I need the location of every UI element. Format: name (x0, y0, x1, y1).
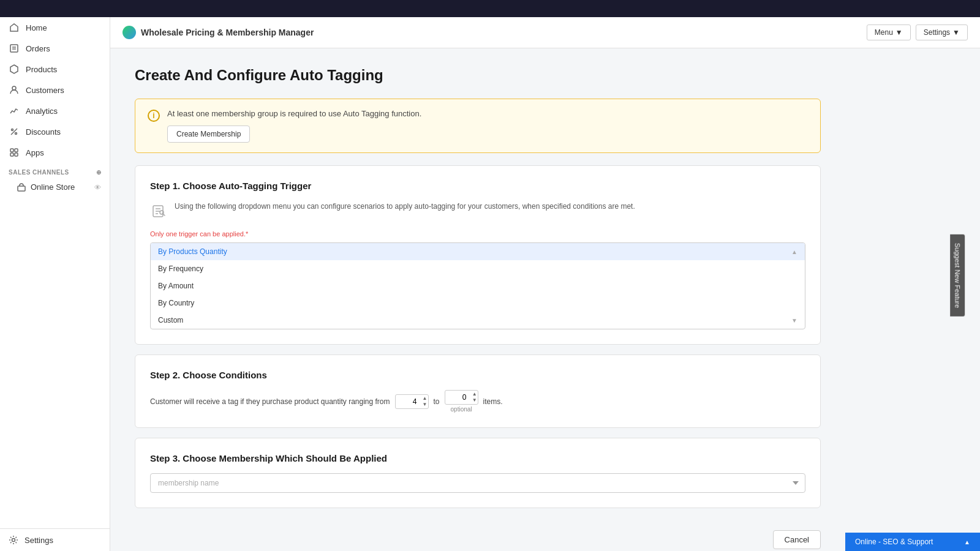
settings-button[interactable]: Settings ▼ (916, 24, 968, 40)
page-content: Create And Configure Auto Tagging i At l… (110, 48, 845, 551)
trigger-list: By Products Quantity ▲ By Frequency By A… (150, 242, 805, 329)
page-title: Create And Configure Auto Tagging (135, 67, 821, 84)
settings-label: Settings (24, 536, 53, 545)
membership-select[interactable]: membership name (150, 473, 805, 493)
svg-point-3 (12, 86, 16, 90)
sidebar-apps-label: Apps (26, 148, 44, 157)
svg-rect-7 (10, 149, 13, 152)
optional-label: optional (445, 406, 478, 413)
settings-icon (9, 535, 18, 545)
sidebar-item-apps[interactable]: Apps (0, 142, 110, 163)
app-header-left: Wholesale Pricing & Membership Manager (123, 26, 314, 39)
action-row: Cancel (135, 518, 821, 551)
svg-point-4 (12, 129, 13, 131)
trigger-note: Only one trigger can be applied.* (150, 230, 805, 238)
sidebar-item-settings[interactable]: Settings (0, 528, 110, 551)
create-membership-button[interactable]: Create Membership (167, 126, 250, 143)
sidebar-discounts-label: Discounts (26, 127, 61, 137)
apps-icon (9, 147, 20, 158)
suggest-new-feature-tab[interactable]: Suggest New Feature (950, 234, 965, 317)
sales-channels-section: SALES CHANNELS ⊕ (0, 163, 110, 178)
support-bar[interactable]: Online - SEO & Support ▲ (845, 533, 980, 551)
store-visibility-icon[interactable]: 👁 (94, 184, 101, 191)
conditions-row: Customer will receive a tag if they purc… (150, 390, 805, 413)
settings-chevron-icon: ▼ (952, 28, 960, 37)
svg-rect-9 (10, 153, 13, 156)
sidebar-analytics-label: Analytics (26, 107, 58, 116)
step3-card: Step 3. Choose Membership Which Should B… (135, 438, 821, 508)
support-bar-label: Online - SEO & Support (855, 538, 933, 546)
svg-rect-0 (10, 45, 18, 52)
to-value-wrapper: ▲ ▼ (445, 390, 478, 405)
sidebar-products-label: Products (26, 65, 57, 74)
warning-banner: i At least one membership group is requi… (135, 99, 821, 153)
conditions-desc: Customer will receive a tag if they purc… (150, 397, 390, 406)
trigger-scrollbar-down[interactable]: ▼ (791, 317, 797, 324)
app-title: Wholesale Pricing & Membership Manager (141, 28, 314, 37)
app-header: Wholesale Pricing & Membership Manager M… (110, 17, 980, 48)
to-increment-button[interactable]: ▲ (472, 391, 477, 397)
orders-icon (9, 43, 20, 54)
step1-title: Step 1. Choose Auto-Tagging Trigger (150, 181, 805, 191)
warning-text: At least one membership group is require… (167, 109, 808, 118)
svg-rect-8 (15, 149, 18, 152)
trigger-option-amount[interactable]: By Amount (151, 277, 805, 294)
online-store-label: Online Store (31, 182, 75, 192)
cancel-button[interactable]: Cancel (773, 530, 821, 549)
top-bar (0, 0, 980, 17)
trigger-option-custom[interactable]: Custom ▼ (151, 312, 805, 329)
sidebar-orders-label: Orders (26, 44, 50, 53)
from-value-wrapper: ▲ ▼ (395, 394, 429, 409)
sidebar-item-customers[interactable]: Customers (0, 80, 110, 100)
svg-point-12 (12, 539, 15, 542)
step1-card: Step 1. Choose Auto-Tagging Trigger Usin… (135, 165, 821, 345)
trigger-option-products-quantity[interactable]: By Products Quantity ▲ (151, 243, 805, 260)
step2-title: Step 2. Choose Conditions (150, 370, 805, 380)
svg-rect-11 (18, 186, 25, 191)
analytics-icon (9, 105, 20, 116)
items-label: items. (483, 397, 503, 406)
step1-desc-icon (150, 202, 168, 220)
support-bar-chevron: ▲ (964, 539, 970, 545)
sidebar-item-discounts[interactable]: Discounts (0, 121, 110, 142)
svg-point-5 (15, 133, 17, 135)
from-increment-button[interactable]: ▲ (423, 395, 428, 402)
trigger-option-frequency[interactable]: By Frequency (151, 260, 805, 277)
to-spinners: ▲ ▼ (472, 390, 477, 405)
trigger-option-country[interactable]: By Country (151, 294, 805, 312)
sidebar-item-products[interactable]: Products (0, 59, 110, 80)
svg-line-6 (11, 129, 17, 135)
step3-title: Step 3. Choose Membership Which Should B… (150, 453, 805, 463)
discounts-icon (9, 126, 20, 137)
app-header-right: Menu ▼ Settings ▼ (867, 24, 968, 40)
svg-rect-10 (15, 153, 18, 156)
sidebar-home-label: Home (26, 23, 47, 32)
sidebar-item-orders[interactable]: Orders (0, 38, 110, 59)
menu-button[interactable]: Menu ▼ (867, 24, 911, 40)
warning-icon: i (148, 110, 160, 122)
products-icon (9, 64, 20, 75)
from-spinners: ▲ ▼ (423, 394, 428, 409)
sales-channels-add-icon[interactable]: ⊕ (96, 169, 102, 176)
menu-chevron-icon: ▼ (895, 28, 903, 37)
home-icon (9, 22, 20, 33)
sidebar-item-online-store[interactable]: Online Store 👁 (0, 178, 110, 196)
step1-desc-text: Using the following dropdown menu you ca… (175, 201, 635, 212)
sidebar-item-home[interactable]: Home (0, 17, 110, 38)
to-label: to (434, 397, 440, 406)
customers-icon (9, 84, 20, 96)
to-decrement-button[interactable]: ▼ (472, 397, 477, 403)
sidebar-customers-label: Customers (26, 86, 64, 95)
sidebar-item-analytics[interactable]: Analytics (0, 100, 110, 121)
main-content: Wholesale Pricing & Membership Manager M… (110, 17, 980, 551)
warning-content: At least one membership group is require… (167, 109, 808, 143)
trigger-scrollbar-up[interactable]: ▲ (791, 249, 797, 255)
step2-card: Step 2. Choose Conditions Customer will … (135, 354, 821, 428)
step1-description: Using the following dropdown menu you ca… (150, 201, 805, 220)
from-decrement-button[interactable]: ▼ (423, 402, 428, 408)
app-logo (123, 26, 136, 39)
store-icon (17, 183, 26, 192)
sidebar: Home Orders (0, 17, 110, 551)
sidebar-nav: Home Orders (0, 17, 110, 528)
